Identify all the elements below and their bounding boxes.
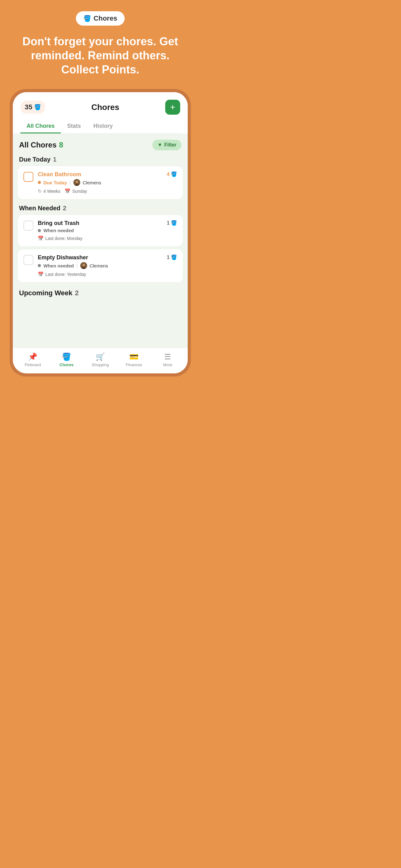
chore-card-empty-dishwasher: Empty Dishwasher When needed | [18, 249, 183, 282]
status-label-when-needed-2: When needed [43, 263, 74, 269]
points-icon-dishwasher: 🪣 [171, 254, 177, 260]
assignee-name-clemens: Clemens [83, 180, 101, 185]
svg-point-1 [75, 181, 78, 183]
when-needed-group: When Needed 2 Bring out Trash When neede… [18, 205, 183, 282]
due-today-title: Due Today 1 [18, 156, 183, 163]
app-header: 35 🪣 Chores + All Chores Stats [13, 92, 188, 133]
chore-info-empty-dishwasher: Empty Dishwasher When needed | [38, 254, 162, 277]
recurrence-meta: ↻ 4 Weeks [38, 188, 60, 194]
chore-name-empty-dishwasher: Empty Dishwasher [38, 254, 162, 261]
status-dot-orange [38, 181, 41, 184]
when-needed-title: When Needed 2 [18, 205, 183, 212]
nav-pinboard[interactable]: 📌 Pinboard [22, 352, 44, 367]
chore-info-clean-bathroom: Clean Bathroom Due Today | [38, 171, 162, 194]
score-number: 35 [25, 103, 32, 111]
section-header: All Chores 8 ▼ Filter [18, 140, 183, 150]
app-title: Chores [91, 102, 119, 112]
more-icon: ☰ [164, 352, 171, 361]
chore-status-row-dishwasher: When needed | Clemens [38, 262, 162, 269]
chore-points-trash: 1 🪣 [167, 220, 177, 226]
tab-stats[interactable]: Stats [61, 120, 87, 133]
chore-card-clean-bathroom: Clean Bathroom Due Today | [18, 166, 183, 199]
phone-screen: 35 🪣 Chores + All Chores Stats [13, 92, 188, 373]
last-done-meta-trash: 📅 Last done: Monday [38, 236, 82, 241]
content-area: All Chores 8 ▼ Filter Due Today 1 [13, 133, 188, 348]
status-label-due-today: Due Today [43, 180, 67, 185]
points-icon: 🪣 [171, 171, 177, 177]
assignee-name-clemens-2: Clemens [90, 263, 108, 269]
nav-finances-label: Finances [126, 363, 142, 367]
upcoming-week-group: Upcoming Week 2 [18, 288, 183, 297]
filter-label: Filter [164, 142, 176, 148]
calendar-icon-dishwasher: 📅 [38, 272, 44, 277]
chore-name-bring-trash: Bring out Trash [38, 220, 162, 226]
nav-finances[interactable]: 💳 Finances [123, 352, 145, 367]
upcoming-week-title: Upcoming Week 2 [18, 288, 183, 297]
phone-mockup: 35 🪣 Chores + All Chores Stats [10, 89, 191, 376]
nav-chores-label: Chores [60, 363, 74, 367]
calendar-icon-trash: 📅 [38, 236, 44, 241]
recurrence-icon: ↻ [38, 188, 42, 194]
shopping-icon: 🛒 [96, 352, 105, 361]
chore-meta-row-dishwasher: 📅 Last done: Yesterday [38, 272, 162, 277]
status-dot-gray [38, 229, 41, 232]
chore-points-clean-bathroom: 4 🪣 [167, 171, 177, 177]
plus-icon: + [170, 103, 175, 112]
status-divider: | [70, 180, 71, 185]
chore-status-row-trash: When needed [38, 228, 162, 233]
chore-points-dishwasher: 1 🪣 [167, 254, 177, 260]
finances-icon: 💳 [129, 352, 139, 361]
score-icon: 🪣 [34, 104, 41, 111]
status-dot-gray-2 [38, 264, 41, 267]
chore-info-bring-trash: Bring out Trash When needed 📅 Last done:… [38, 220, 162, 241]
section-title: All Chores 8 [19, 141, 63, 149]
chore-status-row: Due Today | Clemens [38, 179, 162, 186]
tab-bar: All Chores Stats History [20, 120, 180, 133]
chore-meta-row: ↻ 4 Weeks 📅 Sunday [38, 188, 162, 194]
add-chore-button[interactable]: + [165, 100, 180, 115]
svg-point-4 [82, 264, 85, 266]
nav-more-label: More [163, 363, 172, 367]
badge-label: Chores [94, 14, 118, 23]
chore-checkbox-clean-bathroom[interactable] [24, 172, 33, 182]
points-icon-gray: 🪣 [171, 220, 177, 226]
status-label-when-needed: When needed [43, 228, 74, 233]
schedule-icon: 📅 [65, 188, 71, 194]
hero-text: Don't forget your chores. Get reminded. … [0, 26, 201, 89]
due-today-group: Due Today 1 Clean Bathroom Due Today | [18, 156, 183, 199]
assignee-avatar-clemens-2 [80, 262, 87, 269]
nav-shopping-label: Shopping [92, 363, 109, 367]
chores-nav-icon: 🪣 [62, 352, 71, 361]
app-badge: 🪣 Chores [76, 11, 125, 26]
badge-icon: 🪣 [83, 15, 91, 22]
section-count: 8 [59, 141, 63, 149]
app-header-top: 35 🪣 Chores + [20, 100, 180, 115]
filter-button[interactable]: ▼ Filter [153, 140, 181, 150]
status-divider-2: | [76, 263, 78, 269]
score-badge: 35 🪣 [20, 101, 45, 114]
nav-shopping[interactable]: 🛒 Shopping [89, 352, 111, 367]
last-done-meta-dishwasher: 📅 Last done: Yesterday [38, 272, 86, 277]
nav-more[interactable]: ☰ More [157, 352, 179, 367]
nav-pinboard-label: Pinboard [25, 363, 41, 367]
chore-card-bring-trash: Bring out Trash When needed 📅 Last done:… [18, 215, 183, 246]
chore-checkbox-empty-dishwasher[interactable] [24, 255, 33, 265]
chore-checkbox-bring-trash[interactable] [24, 221, 33, 230]
schedule-meta: 📅 Sunday [65, 188, 87, 194]
filter-icon: ▼ [157, 142, 162, 148]
chore-meta-row-trash: 📅 Last done: Monday [38, 236, 162, 241]
tab-all-chores[interactable]: All Chores [20, 120, 61, 133]
nav-chores[interactable]: 🪣 Chores [56, 352, 77, 367]
bottom-nav: 📌 Pinboard 🪣 Chores 🛒 Shopping 💳 Finance… [13, 348, 188, 373]
tab-history[interactable]: History [87, 120, 119, 133]
chore-name-clean-bathroom: Clean Bathroom [38, 171, 162, 178]
assignee-avatar-clemens [73, 179, 80, 186]
pinboard-icon: 📌 [28, 352, 37, 361]
